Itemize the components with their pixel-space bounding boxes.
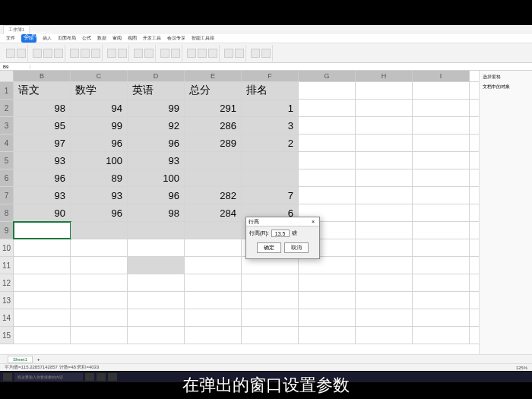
cell[interactable] xyxy=(71,257,128,274)
cell[interactable] xyxy=(356,100,413,116)
cell[interactable] xyxy=(356,117,413,134)
cell[interactable]: 100 xyxy=(71,152,128,169)
cell[interactable] xyxy=(185,274,242,291)
row-header[interactable]: 5 xyxy=(0,152,14,169)
cell[interactable]: 2 xyxy=(242,135,299,151)
row-col-icon[interactable] xyxy=(235,49,244,58)
cell[interactable] xyxy=(413,222,470,239)
cell[interactable] xyxy=(14,257,71,274)
bold-icon[interactable] xyxy=(33,49,42,58)
cell[interactable] xyxy=(413,257,470,274)
cell[interactable] xyxy=(356,257,413,274)
cell[interactable]: 总分 xyxy=(185,82,242,99)
fill-icon[interactable] xyxy=(224,49,233,58)
cell[interactable]: 排名 xyxy=(242,82,299,99)
sheet-tab[interactable]: Sheet1 xyxy=(8,356,33,363)
cell[interactable] xyxy=(299,187,356,204)
ribbon-tab-smart[interactable]: 智能工具箱 xyxy=(192,35,214,42)
cell[interactable] xyxy=(185,309,242,326)
row-header[interactable]: 13 xyxy=(0,292,14,309)
cell[interactable] xyxy=(128,274,185,291)
cell[interactable] xyxy=(71,239,128,256)
col-header[interactable]: B xyxy=(14,71,71,81)
cell[interactable]: 291 xyxy=(185,100,242,116)
cell[interactable] xyxy=(185,257,242,274)
cell[interactable] xyxy=(299,169,356,186)
cell[interactable]: 89 xyxy=(71,169,128,186)
cell[interactable] xyxy=(299,117,356,134)
cell[interactable]: 7 xyxy=(242,187,299,204)
percent-icon[interactable] xyxy=(144,49,154,58)
cell[interactable] xyxy=(413,100,470,116)
cell[interactable]: 93 xyxy=(14,152,71,169)
cell[interactable] xyxy=(413,274,470,291)
cell[interactable] xyxy=(185,292,242,309)
cut-icon[interactable] xyxy=(17,49,26,58)
cell[interactable]: 284 xyxy=(185,204,242,221)
underline-icon[interactable] xyxy=(54,49,63,58)
cell[interactable]: 93 xyxy=(71,187,128,204)
select-all[interactable] xyxy=(0,71,14,81)
cell[interactable] xyxy=(413,309,470,326)
row-header[interactable]: 3 xyxy=(0,117,14,134)
cell[interactable] xyxy=(356,152,413,169)
cell[interactable] xyxy=(14,309,71,326)
cell[interactable]: 96 xyxy=(128,187,185,204)
row-header[interactable]: 8 xyxy=(0,204,14,221)
cell[interactable] xyxy=(413,152,470,169)
cell[interactable] xyxy=(71,309,128,326)
col-header[interactable]: H xyxy=(356,71,413,81)
freeze-icon[interactable] xyxy=(261,49,271,58)
cell[interactable] xyxy=(356,187,413,204)
cell[interactable] xyxy=(242,257,299,274)
cell[interactable]: 90 xyxy=(14,204,71,221)
cell[interactable] xyxy=(299,327,356,344)
cell[interactable]: 99 xyxy=(128,100,185,116)
cell[interactable]: 99 xyxy=(71,117,128,134)
cell[interactable] xyxy=(242,292,299,309)
table-style-icon[interactable] xyxy=(171,49,180,58)
ribbon-tab-data[interactable]: 数据 xyxy=(97,35,106,42)
cell[interactable]: 97 xyxy=(14,135,71,151)
cell[interactable]: 95 xyxy=(14,117,71,134)
row-header[interactable]: 11 xyxy=(0,257,14,274)
cell[interactable] xyxy=(356,169,413,186)
cell[interactable] xyxy=(356,274,413,291)
cell[interactable]: 282 xyxy=(185,187,242,204)
cell[interactable] xyxy=(413,327,470,344)
cell[interactable]: 100 xyxy=(128,169,185,186)
col-header[interactable]: D xyxy=(128,71,185,81)
cell[interactable] xyxy=(128,327,185,344)
format-icon[interactable] xyxy=(134,49,143,58)
cell[interactable] xyxy=(413,169,470,186)
cell[interactable] xyxy=(356,82,413,99)
cell[interactable] xyxy=(413,117,470,134)
cancel-button[interactable]: 取消 xyxy=(284,242,309,253)
row-header[interactable]: 4 xyxy=(0,135,14,151)
cell[interactable]: 96 xyxy=(71,135,128,151)
cell[interactable] xyxy=(242,309,299,326)
cell[interactable] xyxy=(71,222,128,239)
cell[interactable] xyxy=(413,239,470,256)
cell[interactable]: 96 xyxy=(14,169,71,186)
cell[interactable] xyxy=(128,222,185,239)
cell[interactable] xyxy=(356,204,413,221)
cell[interactable]: 3 xyxy=(242,117,299,134)
cell[interactable]: 96 xyxy=(128,135,185,151)
cell[interactable] xyxy=(242,152,299,169)
cell[interactable] xyxy=(14,274,71,291)
row-header[interactable]: 1 xyxy=(0,82,14,99)
row-height-input[interactable] xyxy=(271,230,290,237)
cell[interactable] xyxy=(356,327,413,344)
row-header[interactable]: 10 xyxy=(0,239,14,256)
ribbon-tab-formula[interactable]: 公式 xyxy=(82,35,91,42)
filter-icon[interactable] xyxy=(198,49,207,58)
cell[interactable] xyxy=(356,292,413,309)
cell[interactable] xyxy=(299,82,356,99)
row-header[interactable]: 14 xyxy=(0,309,14,326)
row-header[interactable]: 15 xyxy=(0,327,14,344)
cell[interactable] xyxy=(185,169,242,186)
cell[interactable]: 289 xyxy=(185,135,242,151)
row-header[interactable]: 9 xyxy=(0,222,14,239)
cell[interactable]: 286 xyxy=(185,117,242,134)
